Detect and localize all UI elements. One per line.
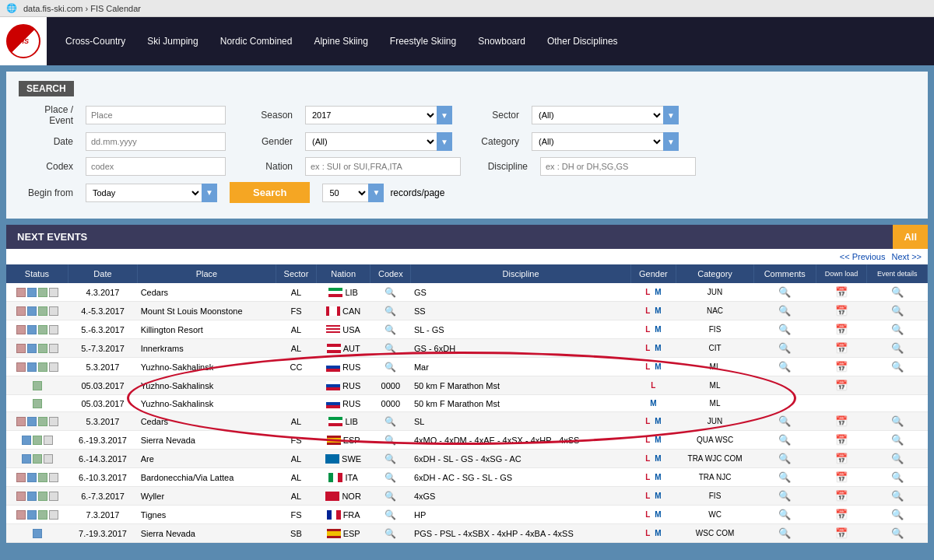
codex-search-icon[interactable]: 🔍 (384, 343, 396, 354)
gender-arrow[interactable]: ▼ (437, 132, 452, 151)
event-detail-icon[interactable]: 🔍 (891, 527, 904, 539)
download-icon[interactable]: 📅 (835, 324, 848, 335)
event-detail-icon[interactable]: 🔍 (891, 434, 904, 446)
download-icon[interactable]: 📅 (835, 527, 848, 539)
download-icon[interactable]: 📅 (835, 305, 848, 317)
event-detail-icon[interactable]: 🔍 (891, 490, 904, 502)
date-input[interactable] (86, 132, 226, 151)
event-detail-icon[interactable]: 🔍 (891, 286, 904, 298)
cell-codex: 0000 (370, 376, 411, 395)
nav-nordic-combined[interactable]: Nordic Combined (209, 17, 304, 65)
comment-search-icon[interactable]: 🔍 (778, 471, 791, 483)
event-detail-icon[interactable]: 🔍 (891, 305, 904, 317)
event-detail-icon[interactable]: 🔍 (891, 361, 904, 373)
category-select[interactable]: (All) (532, 132, 664, 151)
discipline-input[interactable] (540, 157, 696, 176)
download-icon[interactable]: 📅 (835, 342, 848, 354)
comment-search-icon[interactable]: 🔍 (778, 361, 791, 373)
fis-logo: FIS (6, 24, 40, 58)
codex-search-icon[interactable]: 🔍 (384, 287, 396, 298)
sector-select[interactable]: (All) (532, 106, 664, 124)
category-arrow[interactable]: ▼ (663, 132, 679, 151)
codex-search-icon[interactable]: 🔍 (384, 416, 396, 427)
nav-other-disciplines[interactable]: Other Disciplines (536, 17, 629, 65)
records-select[interactable]: 50 (322, 184, 369, 202)
next-page[interactable]: Next >> (891, 252, 922, 261)
cell-download: 📅 (816, 339, 867, 358)
event-detail-icon[interactable]: 🔍 (891, 342, 904, 354)
cell-place: Sierra Nevada (138, 431, 276, 450)
table-area: << Previous Next >> Status Date Place Se… (6, 249, 928, 543)
comment-search-icon[interactable]: 🔍 (778, 342, 791, 354)
event-detail-icon[interactable]: 🔍 (891, 415, 904, 427)
codex-search-icon[interactable]: 🔍 (384, 528, 396, 539)
download-icon[interactable]: 📅 (835, 471, 848, 483)
cell-event-details: 🔍 (867, 524, 928, 543)
gender-select[interactable]: (All) (305, 132, 437, 151)
season-arrow[interactable]: ▼ (437, 106, 452, 124)
comment-search-icon[interactable]: 🔍 (778, 453, 791, 464)
download-icon[interactable]: 📅 (835, 361, 848, 373)
codex-search-icon[interactable]: 🔍 (384, 362, 396, 373)
codex-input[interactable] (86, 157, 226, 176)
gender-select-wrapper: (All) ▼ (305, 132, 452, 151)
nav-freestyle-skiing[interactable]: Freestyle Skiing (379, 17, 467, 65)
sector-arrow[interactable]: ▼ (663, 106, 679, 124)
codex-search-icon[interactable]: 🔍 (384, 324, 396, 335)
event-detail-icon[interactable]: 🔍 (891, 471, 904, 483)
event-detail-icon[interactable]: 🔍 (891, 453, 904, 464)
codex-search-icon[interactable]: 🔍 (384, 435, 396, 446)
codex-search-icon[interactable]: 🔍 (384, 509, 396, 520)
nav-ski-jumping[interactable]: Ski Jumping (136, 17, 209, 65)
cell-place: Are (138, 450, 276, 468)
codex-search-icon[interactable]: 🔍 (384, 306, 396, 317)
download-icon[interactable]: 📅 (835, 415, 848, 427)
comment-search-icon[interactable]: 🔍 (778, 415, 791, 427)
comment-search-icon[interactable]: 🔍 (778, 490, 791, 502)
records-arrow[interactable]: ▼ (368, 184, 384, 202)
cell-date: 5.-7.3.2017 (68, 339, 137, 358)
table-container: Status Date Place Sector Nation Codex Di… (6, 264, 928, 543)
cell-status (6, 320, 68, 339)
cell-place: Yuzhno-Sakhalinsk (138, 358, 276, 376)
codex-search-icon[interactable]: 🔍 (384, 472, 396, 483)
prev-page[interactable]: << Previous (840, 252, 886, 261)
flag-icon (325, 492, 339, 501)
nav-snowboard[interactable]: Snowboard (467, 17, 536, 65)
flag-icon (328, 473, 342, 482)
browser-bar: 🌐 data.fis-ski.com › FIS Calendar (0, 0, 934, 17)
col-category: Category (676, 264, 754, 283)
codex-search-icon[interactable]: 🔍 (384, 491, 396, 502)
download-icon[interactable]: 📅 (835, 380, 848, 391)
comment-search-icon[interactable]: 🔍 (778, 305, 791, 317)
comment-search-icon[interactable]: 🔍 (778, 527, 791, 539)
nav-alpine-skiing[interactable]: Alpine Skiing (303, 17, 378, 65)
nav-cross-country[interactable]: Cross-Country (54, 17, 136, 65)
nation-input[interactable] (305, 157, 461, 176)
download-icon[interactable]: 📅 (835, 286, 848, 298)
place-input[interactable] (86, 106, 226, 124)
comment-search-icon[interactable]: 🔍 (778, 434, 791, 446)
event-detail-icon[interactable]: 🔍 (891, 324, 904, 335)
season-select[interactable]: 2017 (305, 106, 437, 124)
download-icon[interactable]: 📅 (835, 509, 848, 520)
col-download: Down load (816, 264, 867, 283)
comment-search-icon[interactable]: 🔍 (778, 286, 791, 298)
search-button[interactable]: Search (230, 182, 310, 203)
begin-select[interactable]: Today (86, 184, 202, 202)
begin-arrow[interactable]: ▼ (202, 184, 217, 202)
cell-status (6, 524, 68, 543)
next-events-label: NEXT EVENTS (6, 225, 98, 249)
cell-gender: LM (630, 412, 676, 431)
download-icon[interactable]: 📅 (835, 490, 848, 502)
cell-codex: 🔍 (370, 487, 411, 506)
all-button[interactable]: All (893, 225, 928, 249)
search-row-4: Begin from Today ▼ Search 50 ▼ records/p… (19, 182, 915, 203)
codex-search-icon[interactable]: 🔍 (384, 453, 396, 464)
cell-download: 📅 (816, 283, 867, 302)
comment-search-icon[interactable]: 🔍 (778, 324, 791, 335)
download-icon[interactable]: 📅 (835, 434, 848, 446)
download-icon[interactable]: 📅 (835, 453, 848, 464)
event-detail-icon[interactable]: 🔍 (891, 509, 904, 520)
comment-search-icon[interactable]: 🔍 (778, 509, 791, 520)
